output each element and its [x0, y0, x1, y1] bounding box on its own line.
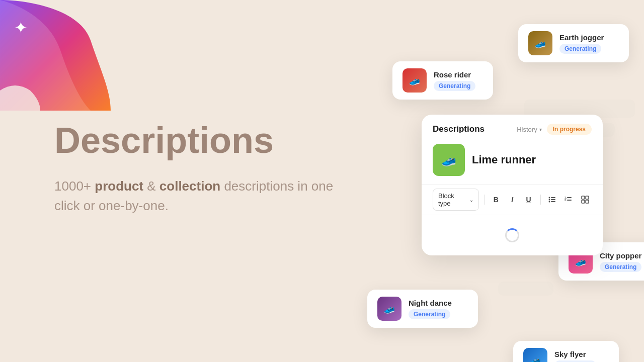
sky-flyer-name: Sky flyer: [554, 350, 596, 358]
bullet-list-button[interactable]: [546, 193, 559, 207]
page-title: Descriptions: [54, 121, 346, 160]
svg-text:2.: 2.: [565, 199, 567, 202]
italic-button[interactable]: I: [506, 193, 519, 207]
bullet-list-icon: [548, 196, 556, 204]
loading-spinner: [505, 228, 519, 242]
sky-flyer-image: 👟: [523, 348, 547, 362]
lime-runner-image: 👟: [433, 144, 465, 176]
svg-point-0: [548, 197, 550, 199]
chevron-down-icon: ▾: [539, 127, 542, 132]
rose-rider-status: Generating: [434, 81, 475, 91]
product-row: 👟 Lime runner: [422, 142, 603, 184]
table-icon: [581, 196, 589, 204]
toolbar-divider: [484, 195, 485, 205]
svg-rect-12: [582, 200, 585, 203]
dropdown-chevron-icon: ⌄: [469, 197, 473, 203]
card-rose-rider[interactable]: 👟 Rose rider Generating: [392, 61, 493, 100]
in-progress-badge: In progress: [547, 124, 592, 135]
night-dance-status: Generating: [409, 309, 450, 319]
toolbar-divider-2: [540, 195, 541, 205]
sky-flyer-status: Generating: [554, 360, 596, 363]
earth-jogger-status: Generating: [559, 44, 601, 54]
rose-rider-image: 👟: [403, 68, 427, 93]
star-icon: ✦: [14, 18, 28, 37]
svg-rect-5: [551, 201, 555, 202]
hero-section: Descriptions 1000+ product & collection …: [54, 121, 346, 216]
background-wave: [0, 0, 111, 111]
city-popper-status: Generating: [600, 262, 641, 272]
card-night-dance[interactable]: 👟 Night dance Generating: [367, 290, 478, 328]
lime-shoe-icon: 👟: [441, 153, 456, 167]
city-popper-info: City popper Generating: [600, 251, 641, 272]
editor-area[interactable]: [422, 215, 603, 255]
history-button[interactable]: History ▾: [517, 126, 541, 133]
shoe-icon: 👟: [530, 354, 541, 362]
numbered-list-button[interactable]: 1. 2.: [562, 193, 575, 207]
shoe-icon: 👟: [535, 38, 546, 49]
product-name: Lime runner: [472, 153, 536, 166]
subtitle-bold2: collection: [159, 178, 220, 194]
sky-flyer-info: Sky flyer Generating: [554, 350, 596, 363]
subtitle-text1: 1000+: [54, 178, 95, 194]
svg-point-2: [548, 199, 550, 201]
card-earth-jogger[interactable]: 👟 Earth jogger Generating: [518, 24, 629, 62]
rose-rider-name: Rose rider: [434, 70, 475, 79]
svg-rect-3: [551, 199, 555, 200]
card-sky-flyer[interactable]: 👟 Sky flyer Generating: [513, 341, 619, 362]
editor-toolbar: Block type ⌄ B I U 1. 2.: [422, 184, 603, 215]
subtitle-text2: &: [143, 178, 159, 194]
history-label: History: [517, 126, 537, 133]
night-dance-image: 👟: [377, 297, 401, 321]
subtitle-bold1: product: [95, 178, 143, 194]
svg-rect-13: [586, 200, 589, 203]
shoe-icon: 👟: [384, 303, 395, 314]
table-button[interactable]: [579, 193, 592, 207]
svg-point-4: [548, 201, 550, 203]
earth-jogger-image: 👟: [528, 31, 552, 55]
shoe-icon: 👟: [575, 256, 586, 267]
panel-header: Descriptions History ▾ In progress: [422, 115, 603, 142]
night-dance-name: Night dance: [409, 299, 452, 307]
svg-rect-7: [567, 197, 572, 198]
bold-button[interactable]: B: [490, 193, 503, 207]
panel-header-actions: History ▾ In progress: [517, 124, 592, 135]
block-type-dropdown[interactable]: Block type ⌄: [433, 189, 479, 211]
descriptions-panel: Descriptions History ▾ In progress 👟 Lim…: [422, 115, 603, 255]
city-popper-name: City popper: [600, 251, 641, 260]
rose-rider-info: Rose rider Generating: [434, 70, 475, 91]
numbered-list-icon: 1. 2.: [565, 196, 573, 204]
night-dance-info: Night dance Generating: [409, 299, 452, 319]
panel-title: Descriptions: [433, 124, 485, 134]
block-type-label: Block type: [438, 192, 466, 207]
ghost-row-3: [498, 282, 553, 296]
svg-rect-11: [586, 196, 589, 199]
svg-rect-10: [582, 196, 585, 199]
earth-jogger-name: Earth jogger: [559, 33, 604, 42]
shoe-icon: 👟: [409, 75, 420, 86]
hero-subtitle: 1000+ product & collection descriptions …: [54, 176, 346, 216]
underline-button[interactable]: U: [522, 193, 535, 207]
svg-rect-1: [551, 197, 555, 198]
earth-jogger-info: Earth jogger Generating: [559, 33, 604, 54]
svg-rect-9: [567, 200, 572, 201]
